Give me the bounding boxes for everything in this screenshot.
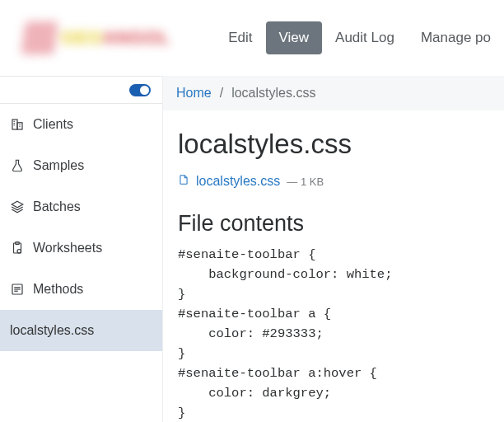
file-size: — 1 KB bbox=[287, 176, 324, 188]
sidebar-item-label: Methods bbox=[33, 282, 83, 297]
main-content: Home / localstyles.css localstyles.css l… bbox=[163, 76, 504, 422]
sidebar-item-clients[interactable]: Clients bbox=[0, 104, 162, 145]
breadcrumb: Home / localstyles.css bbox=[163, 76, 504, 110]
sidebar-item-localstyles[interactable]: localstyles.css bbox=[0, 310, 162, 351]
sidebar-item-label: localstyles.css bbox=[10, 323, 94, 338]
building-icon bbox=[10, 117, 25, 132]
sidebar-item-label: Batches bbox=[33, 199, 81, 214]
sidebar-item-methods[interactable]: Methods bbox=[0, 269, 162, 310]
sidebar-item-worksheets[interactable]: Worksheets bbox=[0, 227, 162, 269]
svg-point-10 bbox=[17, 250, 21, 254]
logo-mark-icon bbox=[21, 21, 58, 54]
tab-bar: Edit View Audit Log Manage po bbox=[215, 21, 504, 54]
breadcrumb-current: localstyles.css bbox=[231, 86, 315, 101]
clipboard-icon bbox=[10, 241, 25, 256]
file-icon bbox=[178, 173, 189, 190]
sidebar-item-samples[interactable]: Samples bbox=[0, 145, 162, 186]
sidebar-toggle[interactable] bbox=[129, 84, 151, 96]
layers-icon bbox=[10, 199, 25, 214]
list-icon bbox=[10, 282, 25, 297]
sidebar-item-batches[interactable]: Batches bbox=[0, 186, 162, 227]
logo-text: GEOANGOL bbox=[61, 27, 170, 49]
sidebar-item-label: Worksheets bbox=[33, 241, 102, 256]
section-title-file-contents: File contents bbox=[178, 211, 504, 237]
tab-manage[interactable]: Manage po bbox=[408, 21, 504, 54]
tab-edit[interactable]: Edit bbox=[215, 21, 265, 54]
svg-marker-7 bbox=[12, 201, 23, 208]
sidebar-item-label: Clients bbox=[33, 117, 73, 132]
file-download-link[interactable]: localstyles.css bbox=[196, 174, 280, 189]
tab-view[interactable]: View bbox=[266, 21, 323, 54]
logo: GEOANGOL bbox=[7, 5, 192, 71]
header: GEOANGOL Edit View Audit Log Manage po bbox=[0, 0, 504, 76]
sidebar-nav: Clients Samples Batches Worksheets bbox=[0, 104, 162, 351]
sidebar: Clients Samples Batches Worksheets bbox=[0, 76, 163, 422]
file-link-row: localstyles.css — 1 KB bbox=[178, 173, 504, 190]
sidebar-item-label: Samples bbox=[33, 158, 84, 173]
page-title: localstyles.css bbox=[178, 129, 504, 160]
breadcrumb-home-link[interactable]: Home bbox=[176, 86, 212, 101]
flask-icon bbox=[10, 158, 25, 173]
tab-audit-log[interactable]: Audit Log bbox=[322, 21, 408, 54]
sidebar-toggle-row bbox=[0, 76, 162, 104]
file-contents-code: #senaite-toolbar { background-color: whi… bbox=[178, 245, 504, 422]
breadcrumb-separator: / bbox=[220, 86, 223, 101]
